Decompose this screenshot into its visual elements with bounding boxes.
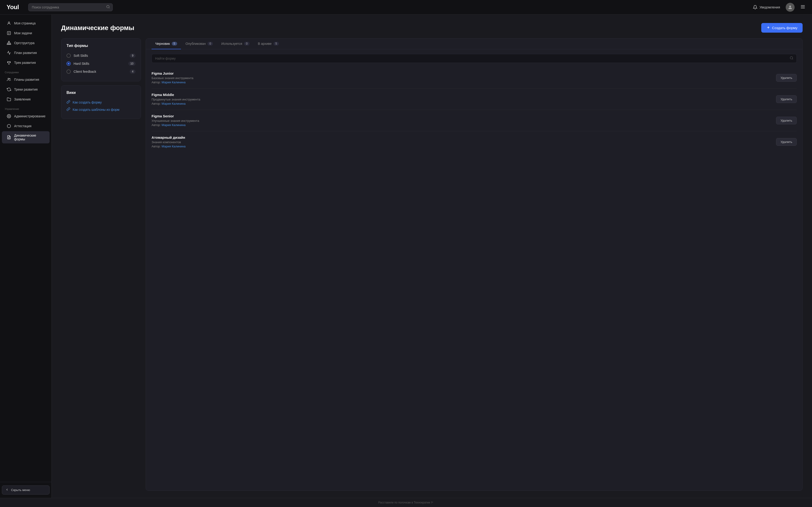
- sidebar-item-attestation[interactable]: Аттестация: [2, 121, 50, 131]
- form-item-figma-junior: Figma Junior Базовые знания инструмента …: [152, 67, 797, 89]
- form-author-row-0: Автор: Мария Калинина: [152, 80, 193, 84]
- wiki-card: Вики Как создать форму: [61, 85, 141, 119]
- tab-draft[interactable]: Черновик 5: [152, 39, 181, 49]
- client-feedback-count: 4: [130, 69, 136, 74]
- sidebar-item-label: Планы развития: [14, 78, 39, 81]
- tab-published-count: 0: [207, 42, 213, 46]
- avatar[interactable]: [786, 3, 795, 12]
- author-link-1[interactable]: Мария Калинина: [162, 102, 186, 105]
- sidebar-item-dev-plan[interactable]: План развития: [2, 48, 50, 58]
- people-icon: [7, 77, 11, 82]
- hide-menu-button[interactable]: Скрыть меню: [2, 486, 50, 495]
- tab-published[interactable]: Опубликован 0: [182, 39, 217, 49]
- form-item-atomic-design: Атомарный дизайн Знания компонентов Авто…: [152, 131, 797, 152]
- form-desc-2: Улучшенные знания инструмента: [152, 119, 199, 122]
- form-item-figma-middle: Figma Middle Продвинутые знания инструме…: [152, 89, 797, 110]
- plus-icon: [766, 25, 770, 30]
- svg-point-22: [9, 78, 10, 79]
- sidebar-item-my-page[interactable]: Моя страница: [2, 18, 50, 28]
- create-form-button[interactable]: Создать форму: [761, 23, 803, 33]
- right-panel: Черновик 5 Опубликован 0 Используется 0 …: [146, 38, 803, 491]
- topnav: Youl Уведомления: [0, 0, 812, 14]
- form-search-wrap: [152, 54, 797, 63]
- trophy-icon: [7, 60, 11, 65]
- delete-button-1[interactable]: Удалить: [776, 95, 797, 103]
- radio-client-feedback[interactable]: Client feedback 4: [66, 68, 136, 75]
- radio-circle-hard-skills: [66, 61, 71, 66]
- hide-menu-label: Скрыть меню: [11, 488, 30, 492]
- form-search-icon: [790, 56, 794, 61]
- page-header: Динамические формы Создать форму: [61, 23, 803, 33]
- link-icon-2: [66, 107, 70, 112]
- wiki-link-create-form[interactable]: Как создать форму: [66, 99, 136, 106]
- sidebar-item-dev-tracks[interactable]: Треки развития: [2, 85, 50, 94]
- notifications-label: Уведомления: [759, 5, 780, 9]
- box-icon: [7, 124, 11, 128]
- right-panel-body: Figma Junior Базовые знания инструмента …: [146, 49, 802, 157]
- svg-point-23: [8, 116, 10, 117]
- form-search-input[interactable]: [152, 54, 797, 63]
- delete-button-2[interactable]: Удалить: [776, 117, 797, 124]
- app-logo: Youl: [7, 3, 19, 11]
- footer: Расставили по полочкам в Технократии 🏳: [0, 498, 812, 507]
- radio-hard-skills[interactable]: Hard Skills 10: [66, 60, 136, 68]
- hard-skills-label: Hard Skills: [73, 62, 89, 65]
- topnav-right: Уведомления: [753, 3, 805, 12]
- sidebar: Моя страница Мои задачи О: [0, 14, 52, 498]
- create-form-label: Создать форму: [772, 26, 798, 30]
- author-link-2[interactable]: Мария Калинина: [162, 123, 186, 127]
- cycle-icon: [7, 87, 11, 92]
- tab-archived-count: 5: [273, 42, 279, 46]
- sidebar-item-label: Заявления: [14, 97, 31, 101]
- main-content: Динамические формы Создать форму Тип фор…: [52, 14, 812, 498]
- sidebar-item-dev-plans[interactable]: Планы развития: [2, 75, 50, 84]
- delete-button-0[interactable]: Удалить: [776, 74, 797, 82]
- wiki-link-label-2: Как создать шаблоны из форм: [72, 108, 119, 111]
- tab-published-label: Опубликован: [186, 42, 206, 46]
- radio-circle-client-feedback: [66, 69, 71, 74]
- sidebar-item-dev-track[interactable]: Трек развития: [2, 58, 50, 67]
- delete-button-3[interactable]: Удалить: [776, 138, 797, 146]
- svg-rect-12: [7, 44, 8, 45]
- bell-icon: [753, 5, 758, 10]
- sidebar-item-label: Динамические формы: [14, 133, 45, 141]
- sidebar-item-applications[interactable]: Заявления: [2, 95, 50, 104]
- svg-rect-13: [10, 44, 11, 45]
- form-desc-0: Базовые знания инструмента: [152, 76, 193, 80]
- svg-rect-11: [8, 41, 10, 42]
- wiki-link-create-templates[interactable]: Как создать шаблоны из форм: [66, 106, 136, 113]
- folder-icon: [7, 97, 11, 102]
- footer-text: Расставили по полочкам в Технократии 🏳: [378, 501, 434, 504]
- form-list: Figma Junior Базовые знания инструмента …: [152, 67, 797, 152]
- author-link-3[interactable]: Мария Калинина: [162, 145, 186, 148]
- svg-point-2: [789, 5, 791, 7]
- sidebar-item-label: Трек развития: [14, 61, 36, 64]
- sidebar-item-org-structure[interactable]: Оргструктура: [2, 38, 50, 48]
- tab-archived-label: В архиве: [258, 42, 272, 46]
- search-input[interactable]: [28, 3, 113, 11]
- search-wrap: [28, 3, 113, 11]
- chevron-left-icon: [5, 488, 9, 492]
- doc-icon: [7, 135, 11, 139]
- tab-archived[interactable]: В архиве 5: [254, 39, 283, 49]
- sidebar-item-dynamic-forms[interactable]: Динамические формы: [2, 131, 50, 144]
- form-author-row-2: Автор: Мария Калинина: [152, 123, 199, 127]
- soft-skills-count: 9: [130, 54, 136, 58]
- body-row: Тип формы Soft Skills 9 Hard Skills: [61, 38, 803, 491]
- form-type-title: Тип формы: [66, 44, 136, 48]
- sidebar-item-administration[interactable]: Администрирование: [2, 111, 50, 121]
- form-author-row-3: Автор: Мария Калинина: [152, 145, 186, 148]
- page-title: Динамические формы: [61, 24, 135, 32]
- radio-soft-skills[interactable]: Soft Skills 9: [66, 52, 136, 60]
- tab-in-use-label: Используется: [221, 42, 242, 46]
- menu-hamburger-button[interactable]: [800, 4, 805, 10]
- radio-circle-soft-skills: [66, 54, 71, 58]
- tab-draft-label: Черновик: [155, 42, 170, 46]
- link-icon-1: [66, 100, 70, 105]
- notifications-button[interactable]: Уведомления: [753, 5, 780, 10]
- author-link-0[interactable]: Мария Калинина: [162, 80, 186, 84]
- person-icon: [7, 21, 11, 25]
- sidebar-item-my-tasks[interactable]: Мои задачи: [2, 29, 50, 38]
- sidebar-item-label: План развития: [14, 51, 37, 55]
- tab-in-use[interactable]: Используется 0: [217, 39, 253, 49]
